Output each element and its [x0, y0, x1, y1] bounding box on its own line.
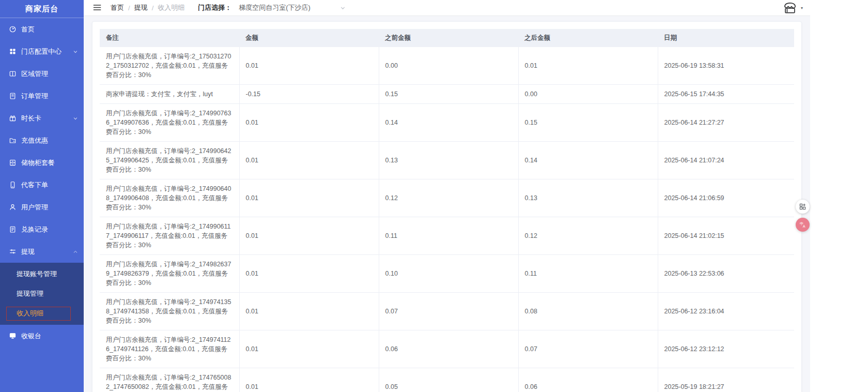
cell-before: 0.05: [379, 368, 518, 392]
content-area: 备注 金额 之前金额 之后金额 日期 用户门店余额充值，订单编号:2_17503…: [84, 16, 810, 392]
table-row: 用户门店余额充值，订单编号:2_1749741126_1749741126，充值…: [100, 330, 794, 368]
extension-collect-button[interactable]: [796, 200, 810, 214]
table-row: 用户门店余额充值，订单编号:2_1749741358_1749741358，充值…: [100, 293, 794, 330]
cell-after: 0.13: [518, 179, 658, 217]
time-card-icon: [9, 114, 17, 122]
storefront-icon[interactable]: [782, 0, 799, 16]
app-window: 商家后台 首页 门店配置中心 区域: [0, 0, 810, 392]
sidebar-item-home[interactable]: 首页: [0, 18, 84, 40]
chevron-up-icon: [72, 249, 79, 255]
breadcrumb-separator: /: [152, 4, 154, 12]
cell-date: 2025-05-19 18:21:27: [658, 368, 794, 392]
cell-date: 2025-06-13 22:53:06: [658, 255, 794, 293]
chevron-down-icon: [72, 115, 79, 122]
sidebar-item-label: 订单管理: [21, 92, 79, 101]
sidebar-item-locker[interactable]: 储物柜套餐: [0, 152, 84, 174]
submenu-item-withdraw-management[interactable]: 提现管理: [0, 284, 84, 304]
table-row: 用户门店余额充值，订单编号:2_1750312702_1750312702，充值…: [100, 47, 794, 85]
breadcrumb: 首页 / 提现 / 收入明细: [111, 3, 184, 12]
cell-before: 0.11: [379, 217, 518, 255]
table-header-row: 备注 金额 之前金额 之后金额 日期: [100, 29, 794, 47]
cell-after: 0.06: [518, 368, 658, 392]
cell-remark: 用户门店余额充值，订单编号:2_1749741126_1749741126，充值…: [100, 330, 239, 368]
cell-remark: 用户门店余额充值，订单编号:2_1749906408_1749906408，充值…: [100, 179, 239, 217]
table-row: 用户门店余额充值，订单编号:2_1749826379_1749826379，充值…: [100, 255, 794, 293]
cell-before: 0.10: [379, 255, 518, 293]
column-header-remark: 备注: [100, 29, 239, 47]
breadcrumb-home[interactable]: 首页: [111, 3, 124, 12]
exchange-record-icon: [9, 225, 17, 233]
store-select-value: 梯度空间自习室(下沙店): [239, 3, 311, 12]
breadcrumb-withdraw[interactable]: 提现: [134, 3, 148, 12]
chevron-down-icon: [339, 5, 346, 11]
submenu-item-label: 收入明细: [17, 309, 43, 318]
recharge-discount-icon: [9, 137, 17, 144]
store-picker-label: 门店选择：: [198, 3, 231, 12]
sidebar-item-recharge[interactable]: 充值优惠: [0, 129, 84, 152]
locker-package-icon: [9, 159, 17, 167]
submenu-item-withdraw-accounts[interactable]: 提现账号管理: [0, 264, 84, 284]
submenu-item-income-detail[interactable]: 收入明细: [0, 304, 84, 323]
translate-button[interactable]: 中A: [796, 218, 810, 232]
cell-before: 0.12: [379, 179, 518, 217]
cell-after: 0.07: [518, 330, 658, 368]
cell-after: 0.08: [518, 293, 658, 330]
cell-date: 2025-06-15 17:44:35: [658, 85, 794, 104]
sidebar-item-orders[interactable]: 订单管理: [0, 85, 84, 107]
cell-amount: 0.01: [239, 47, 379, 85]
caret-down-icon[interactable]: ▾: [801, 6, 803, 10]
cell-date: 2025-06-14 21:27:27: [658, 104, 794, 142]
cell-remark: 商家申请提现：支付宝，支付宝，luyt: [100, 85, 239, 104]
cell-date: 2025-06-12 23:16:04: [658, 293, 794, 330]
cell-after: 0.14: [518, 142, 658, 179]
sidebar-item-label: 用户管理: [21, 203, 79, 212]
region-management-icon: [9, 70, 17, 78]
topbar: 首页 / 提现 / 收入明细 门店选择： 梯度空间自习室(下沙店): [84, 0, 810, 16]
sidebar-item-time-card[interactable]: 时长卡: [0, 107, 84, 129]
cell-amount: 0.01: [239, 104, 379, 142]
sidebar-item-label: 区域管理: [21, 69, 79, 79]
column-header-date: 日期: [658, 29, 794, 47]
sidebar-item-cashier[interactable]: 收银台: [0, 325, 84, 347]
table-row: 用户门店余额充值，订单编号:2_1749907636_1749907636，充值…: [100, 104, 794, 142]
cell-before: 0.13: [379, 142, 518, 179]
floating-widgets: 中A: [796, 200, 812, 232]
cell-remark: 用户门店余额充值，订单编号:2_1747650082_1747650082，充值…: [100, 368, 239, 392]
sidebar-item-store-config[interactable]: 门店配置中心: [0, 40, 84, 63]
cell-remark: 用户门店余额充值，订单编号:2_1749907636_1749907636，充值…: [100, 104, 239, 142]
table-row: 用户门店余额充值，订单编号:2_1749906408_1749906408，充值…: [100, 179, 794, 217]
sidebar-item-proxy-order[interactable]: 代客下单: [0, 174, 84, 196]
sidebar-item-label: 时长卡: [21, 114, 72, 123]
store-picker: 门店选择： 梯度空间自习室(下沙店): [198, 3, 358, 12]
submenu-item-label: 提现管理: [17, 289, 43, 298]
cell-date: 2025-06-14 21:06:59: [658, 179, 794, 217]
home-dashboard-icon: [9, 25, 17, 33]
withdraw-icon: [9, 248, 17, 255]
sidebar-item-exchange[interactable]: 兑换记录: [0, 218, 84, 240]
cell-date: 2025-06-19 13:58:31: [658, 47, 794, 85]
svg-text:A: A: [803, 224, 805, 229]
cell-date: 2025-06-12 23:12:12: [658, 330, 794, 368]
sidebar-item-region[interactable]: 区域管理: [0, 63, 84, 85]
store-select[interactable]: 梯度空间自习室(下沙店): [239, 3, 358, 12]
cell-amount: 0.01: [239, 142, 379, 179]
cell-amount: 0.01: [239, 217, 379, 255]
collapse-menu-icon[interactable]: [93, 4, 102, 12]
cell-remark: 用户门店余额充值，订单编号:2_1749906425_1749906425，充值…: [100, 142, 239, 179]
cell-remark: 用户门店余额充值，订单编号:2_1749826379_1749826379，充值…: [100, 255, 239, 293]
sidebar: 商家后台 首页 门店配置中心 区域: [0, 0, 84, 392]
income-table: 备注 金额 之前金额 之后金额 日期 用户门店余额充值，订单编号:2_17503…: [100, 29, 794, 392]
sidebar-item-withdraw[interactable]: 提现: [0, 240, 84, 263]
user-management-icon: [9, 203, 17, 211]
sidebar-item-users[interactable]: 用户管理: [0, 196, 84, 218]
cell-before: 0.00: [379, 47, 518, 85]
cell-after: 0.01: [518, 47, 658, 85]
cell-before: 0.14: [379, 104, 518, 142]
order-management-icon: [9, 92, 17, 100]
withdraw-submenu: 提现账号管理 提现管理 收入明细: [0, 263, 84, 325]
cell-amount: 0.01: [239, 179, 379, 217]
cashier-icon: [9, 332, 17, 340]
topbar-right: ▾: [782, 0, 803, 16]
main-area: 首页 / 提现 / 收入明细 门店选择： 梯度空间自习室(下沙店): [84, 0, 810, 392]
cell-after: 0.12: [518, 217, 658, 255]
